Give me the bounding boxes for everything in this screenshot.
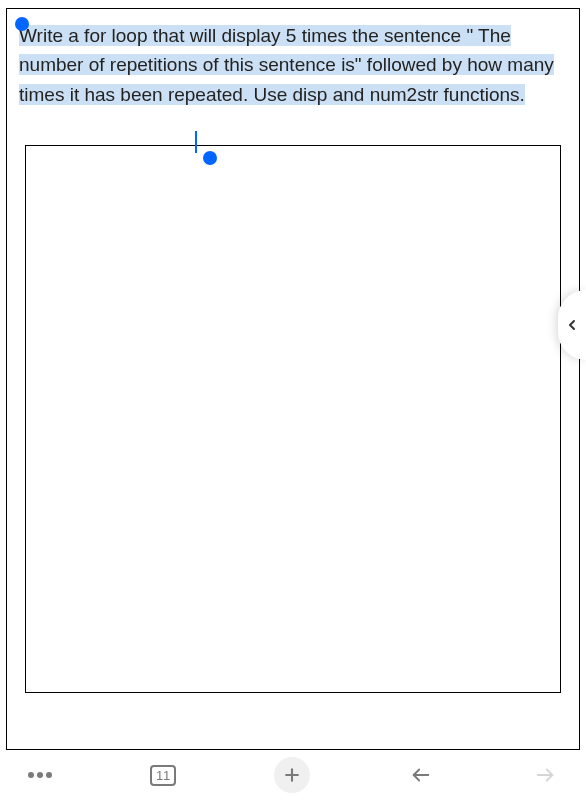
plus-icon bbox=[282, 765, 302, 785]
nav-back-button[interactable] bbox=[408, 764, 434, 786]
bottom-toolbar: 11 bbox=[0, 750, 586, 800]
answer-content-box[interactable] bbox=[25, 145, 561, 693]
selected-text: Write a for loop that will display 5 tim… bbox=[19, 25, 554, 105]
document-page: Write a for loop that will display 5 tim… bbox=[6, 8, 580, 750]
arrow-right-icon bbox=[532, 764, 558, 786]
page-number-badge: 11 bbox=[150, 765, 176, 786]
more-options-button[interactable] bbox=[28, 772, 52, 778]
page-indicator[interactable]: 11 bbox=[150, 765, 176, 786]
selection-handle-start[interactable] bbox=[15, 17, 29, 31]
arrow-left-icon bbox=[408, 764, 434, 786]
question-text-block[interactable]: Write a for loop that will display 5 tim… bbox=[7, 9, 579, 117]
more-dots-icon bbox=[28, 772, 52, 778]
chevron-left-icon bbox=[564, 311, 580, 339]
nav-forward-button[interactable] bbox=[532, 764, 558, 786]
add-button[interactable] bbox=[274, 757, 310, 793]
text-cursor bbox=[195, 131, 197, 153]
selection-handle-end[interactable] bbox=[203, 151, 217, 165]
